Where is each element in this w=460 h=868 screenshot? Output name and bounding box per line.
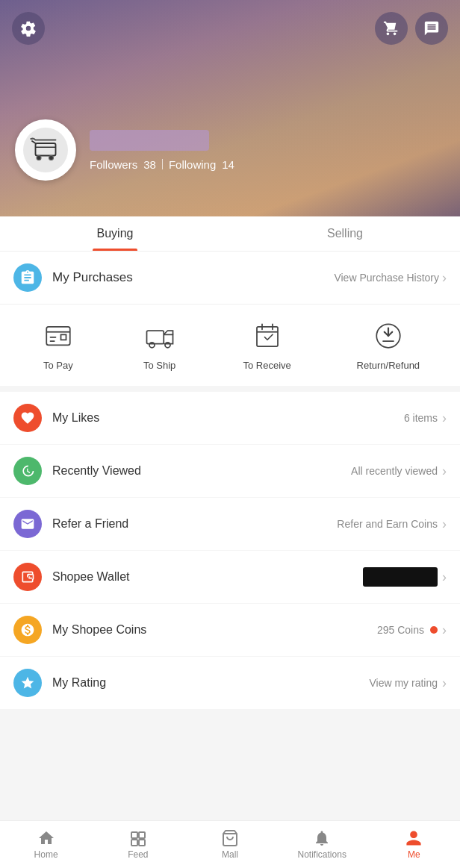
return-refund-label: Return/Refund (357, 360, 420, 371)
me-nav-icon (405, 829, 423, 847)
followers-row: Followers 38 Following 14 (90, 158, 234, 171)
heart-icon (20, 410, 35, 425)
clipboard-icon (19, 269, 36, 286)
recently-viewed-right: All recently viewed › (351, 463, 447, 479)
followers-count: 38 (143, 158, 156, 171)
svg-rect-21 (131, 832, 137, 838)
return-refund-icon (373, 320, 404, 352)
my-likes-label: My Likes (52, 411, 99, 425)
clock-icon (20, 463, 35, 478)
svg-rect-24 (139, 840, 145, 846)
shopee-coins-label: My Shopee Coins (52, 623, 146, 637)
shopee-wallet-icon-circle (13, 563, 42, 591)
refer-friend-left: Refer a Friend (13, 510, 128, 538)
messages-button[interactable] (415, 12, 448, 45)
list-item-refer-friend[interactable]: Refer a Friend Refer and Earn Coins › (0, 498, 460, 551)
shopee-coins-count: 295 Coins (377, 624, 424, 636)
my-rating-right: View my rating › (369, 675, 447, 691)
chevron-right-icon-refer: › (442, 516, 447, 532)
username-bar (90, 130, 209, 151)
purchases-row[interactable]: My Purchases View Purchase History › (0, 252, 460, 305)
to-ship-label: To Ship (143, 360, 175, 371)
cart-icon (383, 20, 400, 37)
list-item-recently-viewed[interactable]: Recently Viewed All recently viewed › (0, 445, 460, 498)
following-count: 14 (222, 158, 234, 171)
nav-item-home[interactable]: Home (0, 821, 92, 868)
nav-item-notifications[interactable]: Notifications (276, 821, 368, 868)
status-to-pay[interactable]: To Pay (40, 318, 76, 371)
nav-me-label: Me (408, 849, 420, 860)
my-rating-icon-circle (13, 669, 42, 697)
wallet-balance-bar (363, 567, 438, 587)
chevron-right-icon-viewed: › (442, 463, 447, 479)
to-pay-icon (43, 320, 74, 352)
nav-item-mall[interactable]: Mall (184, 821, 276, 868)
list-item-shopee-wallet[interactable]: Shopee Wallet › (0, 551, 460, 604)
order-status-row: To Pay To Ship (0, 305, 460, 386)
feed-nav-icon (129, 829, 147, 847)
email-icon (20, 516, 35, 531)
settings-button[interactable] (12, 12, 45, 45)
profile-info: Followers 38 Following 14 (90, 130, 234, 171)
to-receive-icon-wrap (249, 318, 285, 354)
chevron-right-icon-likes: › (442, 410, 447, 426)
shopee-coins-right: 295 Coins › (377, 622, 447, 638)
tab-buying[interactable]: Buying (0, 216, 230, 251)
nav-home-label: Home (34, 849, 58, 860)
purchases-left: My Purchases (13, 263, 133, 292)
tab-selling[interactable]: Selling (230, 216, 460, 251)
coins-icon (20, 622, 35, 637)
list-item-my-likes[interactable]: My Likes 6 items › (0, 392, 460, 445)
nav-feed-label: Feed (128, 849, 148, 860)
mall-nav-icon (221, 829, 239, 847)
shopee-coins-icon-circle (13, 616, 42, 644)
to-receive-label: To Receive (243, 360, 290, 371)
nav-mall-label: Mall (222, 849, 238, 860)
my-likes-icon-circle (13, 404, 42, 432)
list-item-my-rating[interactable]: My Rating View my rating › (0, 657, 460, 709)
recently-viewed-left: Recently Viewed (13, 457, 141, 485)
to-ship-icon-wrap (142, 318, 178, 354)
svg-rect-12 (257, 327, 278, 346)
bottom-nav: Home Feed Mall Notifications Me (0, 820, 460, 868)
view-history-label: View Purchase History (334, 272, 439, 284)
chevron-right-icon-wallet: › (442, 569, 447, 585)
avatar[interactable] (15, 119, 76, 181)
profile-area: Followers 38 Following 14 (15, 119, 234, 181)
star-icon (20, 675, 35, 690)
to-pay-label: To Pay (43, 360, 73, 371)
refer-friend-label: Refer a Friend (52, 517, 128, 531)
shopee-wallet-right: › (363, 567, 447, 587)
svg-rect-22 (139, 832, 145, 838)
avatar-image (23, 128, 68, 172)
svg-point-0 (23, 128, 68, 172)
status-to-receive[interactable]: To Receive (243, 318, 290, 371)
followers-text: Followers (90, 158, 137, 171)
followers-divider (162, 159, 163, 169)
cart-button[interactable] (375, 12, 408, 45)
shopee-wallet-label: Shopee Wallet (52, 570, 129, 584)
refer-friend-icon-circle (13, 510, 42, 538)
chevron-right-icon-rating: › (442, 675, 447, 691)
nav-item-feed[interactable]: Feed (92, 821, 184, 868)
to-receive-icon (252, 320, 283, 352)
purchases-section: My Purchases View Purchase History › To … (0, 252, 460, 386)
svg-point-20 (29, 576, 31, 578)
refer-friend-right: Refer and Earn Coins › (337, 516, 447, 532)
list-item-shopee-coins[interactable]: My Shopee Coins 295 Coins › (0, 604, 460, 657)
tabs: Buying Selling (0, 216, 460, 252)
status-return-refund[interactable]: Return/Refund (357, 318, 420, 371)
my-likes-right: 6 items › (404, 410, 447, 426)
shopee-wallet-left: Shopee Wallet (13, 563, 129, 591)
my-rating-left: My Rating (13, 669, 106, 697)
following-text: Following (169, 158, 216, 171)
status-to-ship[interactable]: To Ship (142, 318, 178, 371)
shopee-coins-left: My Shopee Coins (13, 616, 146, 644)
profile-banner: Followers 38 Following 14 (0, 0, 460, 216)
chevron-right-icon: › (442, 270, 447, 286)
nav-item-me[interactable]: Me (368, 821, 460, 868)
my-likes-left: My Likes (13, 404, 99, 432)
refer-friend-action: Refer and Earn Coins (337, 518, 438, 530)
to-ship-icon (144, 320, 175, 352)
nav-notifications-label: Notifications (298, 849, 346, 860)
